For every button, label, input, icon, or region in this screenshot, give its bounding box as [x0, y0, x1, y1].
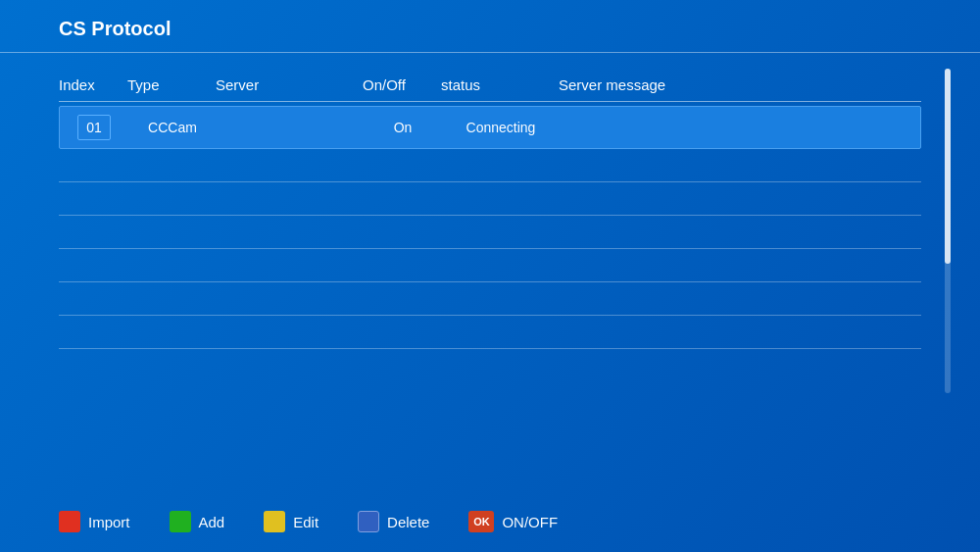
- cell-onoff: [363, 327, 441, 339]
- cell-index: [59, 294, 127, 306]
- cell-type: CCCam: [128, 114, 217, 141]
- cell-onoff: [363, 294, 441, 306]
- col-header-onoff: On/Off: [363, 76, 441, 93]
- delete-button[interactable]: Delete: [358, 511, 429, 532]
- cell-servermsg: [559, 161, 921, 173]
- cell-index: [59, 161, 127, 173]
- cell-servermsg: [559, 194, 921, 206]
- scrollbar-thumb: [945, 69, 951, 264]
- cell-status: [441, 227, 559, 239]
- table-row[interactable]: [59, 251, 921, 282]
- col-header-server: Server: [216, 76, 363, 93]
- cell-server: [216, 327, 363, 339]
- cell-status: [441, 161, 559, 173]
- cell-server: [217, 122, 364, 133]
- delete-label: Delete: [387, 514, 429, 530]
- add-label: Add: [199, 514, 225, 530]
- scrollbar-track[interactable]: [945, 69, 951, 393]
- add-button[interactable]: Add: [170, 511, 225, 532]
- edit-label: Edit: [293, 514, 318, 530]
- cell-server: [216, 194, 363, 206]
- green-icon: [170, 511, 191, 532]
- cell-server: [216, 261, 363, 273]
- cell-status: [441, 261, 559, 273]
- table-row[interactable]: [59, 284, 921, 316]
- cell-servermsg: [559, 294, 921, 306]
- ok-icon: OK: [468, 511, 494, 532]
- cell-onoff: [363, 161, 441, 173]
- cell-servermsg: [559, 261, 921, 273]
- cell-servermsg: [560, 122, 920, 133]
- cell-onoff: On: [364, 114, 442, 141]
- blue-icon: [358, 511, 379, 532]
- cell-server: [216, 227, 363, 239]
- import-label: Import: [88, 514, 130, 530]
- col-header-servermsg: Server message: [559, 76, 921, 93]
- cell-onoff: [363, 227, 441, 239]
- edit-button[interactable]: Edit: [264, 511, 318, 532]
- col-header-index: Index: [59, 76, 127, 93]
- footer: Import Add Edit Delete OK ON/OFF: [0, 491, 980, 552]
- import-button[interactable]: Import: [59, 511, 130, 532]
- col-header-type: Type: [127, 76, 216, 93]
- table-row[interactable]: 01 CCCam On Connecting: [59, 106, 921, 149]
- cell-status: Connecting: [442, 114, 560, 141]
- cell-index: [59, 194, 127, 206]
- cell-servermsg: [559, 327, 921, 339]
- table-row[interactable]: [59, 151, 921, 182]
- cell-index: [59, 261, 127, 273]
- cell-status: [441, 327, 559, 339]
- table-row[interactable]: [59, 184, 921, 216]
- cell-status: [441, 294, 559, 306]
- main-container: CS Protocol Index Type Server On/Off sta…: [0, 0, 980, 552]
- red-icon: [59, 511, 80, 532]
- col-header-status: status: [441, 76, 559, 93]
- page-title: CS Protocol: [59, 18, 171, 39]
- cell-onoff: [363, 261, 441, 273]
- cell-status: [441, 194, 559, 206]
- table-header: Index Type Server On/Off status Server m…: [59, 69, 921, 102]
- cell-type: [127, 194, 216, 206]
- cell-type: [127, 294, 216, 306]
- cell-onoff: [363, 194, 441, 206]
- table-row[interactable]: [59, 318, 921, 349]
- cell-type: [127, 161, 216, 173]
- cell-servermsg: [559, 227, 921, 239]
- yellow-icon: [264, 511, 285, 532]
- onoff-button[interactable]: OK ON/OFF: [468, 511, 558, 532]
- onoff-label: ON/OFF: [502, 514, 558, 530]
- table-row[interactable]: [59, 218, 921, 249]
- cell-server: [216, 294, 363, 306]
- cell-type: [127, 327, 216, 339]
- cell-index: [59, 327, 127, 339]
- cell-server: [216, 161, 363, 173]
- content-area: Index Type Server On/Off status Server m…: [0, 53, 980, 491]
- cell-index: 01: [60, 107, 128, 148]
- cell-type: [127, 261, 216, 273]
- cell-type: [127, 227, 216, 239]
- cell-index: [59, 227, 127, 239]
- title-bar: CS Protocol: [0, 0, 980, 53]
